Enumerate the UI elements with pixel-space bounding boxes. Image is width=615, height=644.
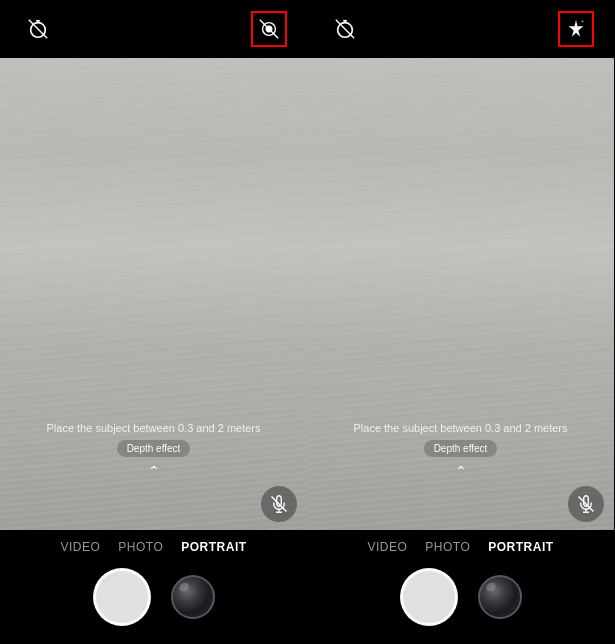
right-top-bar <box>307 0 614 58</box>
right-lens-switch-button[interactable] <box>478 575 522 619</box>
right-bottom-bar: VIDEO PHOTO PORTRAIT <box>307 530 614 644</box>
left-live-photo-button[interactable] <box>251 11 287 47</box>
left-top-bar <box>0 0 307 58</box>
right-overlay: Place the subject between 0.3 and 2 mete… <box>307 422 614 480</box>
right-tab-photo[interactable]: PHOTO <box>425 540 470 554</box>
right-depth-badge: Depth effect <box>424 440 498 457</box>
right-phone-panel: Place the subject between 0.3 and 2 mete… <box>307 0 614 644</box>
left-viewfinder: Place the subject between 0.3 and 2 mete… <box>0 58 307 530</box>
right-tab-video[interactable]: VIDEO <box>367 540 407 554</box>
left-chevron-up-icon[interactable]: ⌃ <box>148 463 160 480</box>
left-tab-photo[interactable]: PHOTO <box>118 540 163 554</box>
left-bottom-bar: VIDEO PHOTO PORTRAIT <box>0 530 307 644</box>
right-tab-portrait[interactable]: PORTRAIT <box>488 540 553 554</box>
right-camera-controls <box>307 558 614 644</box>
svg-marker-15 <box>581 20 584 23</box>
svg-marker-14 <box>569 20 584 37</box>
left-overlay: Place the subject between 0.3 and 2 mete… <box>0 422 307 480</box>
left-camera-controls <box>0 558 307 644</box>
right-shutter-button[interactable] <box>400 568 458 626</box>
right-mic-off-button[interactable] <box>568 486 604 522</box>
left-tab-video[interactable]: VIDEO <box>60 540 100 554</box>
right-timer-icon[interactable] <box>327 11 363 47</box>
right-live-photo-sparkle-button[interactable] <box>558 11 594 47</box>
left-mic-off-button[interactable] <box>261 486 297 522</box>
left-hint-text: Place the subject between 0.3 and 2 mete… <box>46 422 260 434</box>
left-tab-portrait[interactable]: PORTRAIT <box>181 540 246 554</box>
left-depth-badge: Depth effect <box>117 440 191 457</box>
left-mode-tabs: VIDEO PHOTO PORTRAIT <box>0 536 307 558</box>
left-lens-switch-button[interactable] <box>171 575 215 619</box>
left-timer-icon[interactable] <box>20 11 56 47</box>
right-viewfinder: Place the subject between 0.3 and 2 mete… <box>307 58 614 530</box>
left-shutter-button[interactable] <box>93 568 151 626</box>
left-phone-panel: Place the subject between 0.3 and 2 mete… <box>0 0 307 644</box>
right-mode-tabs: VIDEO PHOTO PORTRAIT <box>307 536 614 558</box>
right-chevron-up-icon[interactable]: ⌃ <box>455 463 467 480</box>
right-hint-text: Place the subject between 0.3 and 2 mete… <box>353 422 567 434</box>
